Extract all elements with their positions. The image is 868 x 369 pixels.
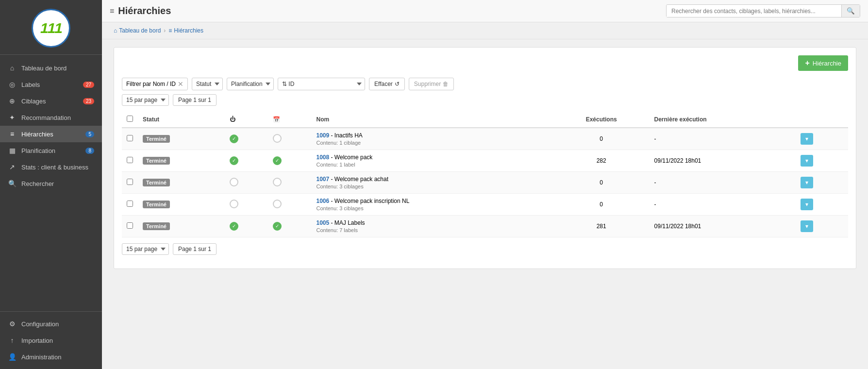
sidebar-item-hierarchies[interactable]: ≡ Hiérarchies 5 [0, 126, 102, 142]
sidebar-item-label: Hiérarchies [21, 131, 53, 138]
inactive-icon [230, 178, 238, 186]
sidebar-item-label: Stats : client & business [21, 164, 88, 171]
search-bar[interactable]: 🔍 [666, 4, 860, 17]
breadcrumb-home[interactable]: ⌂ Tableau de bord [114, 27, 161, 34]
content-area: + Hiérarchie Filtrer par Nom / ID ✕ Stat… [102, 39, 868, 369]
filter-planification-select[interactable]: Planification [227, 78, 274, 90]
power-icon: ⏻ [230, 116, 235, 123]
filter-name-id[interactable]: Filtrer par Nom / ID ✕ [122, 78, 188, 90]
home-icon: ⌂ [8, 64, 17, 72]
labels-icon: ◎ [8, 81, 17, 88]
row-checkbox[interactable] [127, 222, 133, 229]
sidebar-item-configuration[interactable]: ⚙ Configuration [0, 316, 102, 332]
search-button[interactable]: 🔍 [841, 5, 860, 17]
logo-area: 111 [0, 0, 102, 55]
th-executions: Exécutions [553, 112, 650, 128]
home-breadcrumb-icon: ⌂ [114, 27, 117, 34]
efface-button[interactable]: Effacer ↺ [369, 78, 405, 90]
sidebar-item-label: Tableau de bord [21, 65, 67, 72]
th-checkbox [122, 112, 138, 128]
add-hierarchy-button[interactable]: + Hiérarchie [798, 55, 848, 71]
hierarchy-link[interactable]: 1005 [316, 219, 329, 226]
planification-badge: 8 [85, 148, 94, 154]
add-button-label: Hiérarchie [813, 60, 841, 67]
sidebar-item-importation[interactable]: ↑ Importation [0, 332, 102, 349]
sidebar-item-rechercher[interactable]: 🔍 Rechercher [0, 175, 102, 192]
th-derniere-execution: Dernière exécution [650, 112, 796, 128]
row-icon1-cell: ✓ [225, 216, 268, 237]
sidebar-item-label: Recommandation [21, 114, 71, 121]
title-list-icon: ≡ [110, 7, 114, 16]
row-checkbox[interactable] [127, 135, 133, 141]
hierarchy-link[interactable]: 1009 [316, 132, 329, 139]
unscheduled-icon [273, 134, 282, 143]
ciblages-badge: 23 [83, 98, 94, 104]
sidebar-item-ciblages[interactable]: ⊕ Ciblages 23 [0, 93, 102, 109]
table-row: Terminé 1006 - Welcome pack inscription … [122, 194, 848, 216]
row-executions-cell: 0 [553, 172, 650, 194]
status-badge: Terminé [143, 222, 170, 230]
sidebar-item-label: Rechercher [21, 180, 54, 187]
th-actions [796, 112, 848, 128]
row-checkbox[interactable] [127, 201, 133, 207]
sidebar-item-label: Planification [21, 147, 55, 154]
filter-statut-select[interactable]: Statut [192, 78, 223, 90]
active-icon: ✓ [230, 156, 238, 165]
per-page-select-bottom[interactable]: 15 par page [122, 243, 169, 255]
row-nom-cell: 1007 - Welcome pack achat Contenu: 3 cib… [311, 172, 553, 194]
sidebar-item-tableau-de-bord[interactable]: ⌂ Tableau de bord [0, 60, 102, 76]
stats-icon: ↗ [8, 163, 17, 171]
row-action-button[interactable]: ▾ [801, 220, 813, 232]
hierarchies-badge: 5 [85, 131, 94, 137]
row-action-cell: ▾ [796, 194, 848, 216]
sidebar-item-planification[interactable]: ▦ Planification 8 [0, 142, 102, 159]
ciblages-icon: ⊕ [8, 97, 17, 105]
filter-clear-icon[interactable]: ✕ [178, 80, 184, 88]
sidebar-item-labels[interactable]: ◎ Labels 27 [0, 76, 102, 93]
sidebar-item-label: Importation [21, 337, 53, 344]
per-page-select-top[interactable]: 15 par page [122, 94, 169, 106]
row-icon2-cell [268, 194, 311, 216]
row-action-cell: ▾ [796, 216, 848, 237]
hierarchy-link[interactable]: 1007 [316, 176, 329, 183]
select-all-checkbox[interactable] [127, 116, 133, 122]
table-body: Terminé ✓ 1009 - Inactifs HA Contenu: 1 … [122, 128, 848, 237]
hierarchy-name: - MAJ Labels [329, 219, 365, 226]
hierarchy-contenu: Contenu: 7 labels [316, 227, 548, 233]
row-icon1-cell [225, 172, 268, 194]
sidebar-item-stats[interactable]: ↗ Stats : client & business [0, 159, 102, 175]
row-executions-cell: 282 [553, 150, 650, 172]
row-last-exec-cell: 09/11/2022 18h01 [650, 216, 796, 237]
row-checkbox[interactable] [127, 157, 133, 163]
row-action-cell: ▾ [796, 150, 848, 172]
main-card: + Hiérarchie Filtrer par Nom / ID ✕ Stat… [114, 47, 856, 269]
page-info-bottom: Page 1 sur 1 [173, 243, 217, 255]
breadcrumb-home-label: Tableau de bord [119, 27, 161, 34]
row-action-button[interactable]: ▾ [801, 133, 813, 145]
row-icon1-cell: ✓ [225, 150, 268, 172]
filter-sort-select[interactable]: ⇅ ID [278, 78, 365, 90]
row-action-button[interactable]: ▾ [801, 177, 813, 188]
supprimer-button[interactable]: Supprimer 🗑 [409, 78, 454, 90]
labels-badge: 27 [83, 82, 94, 88]
sidebar-item-administration[interactable]: 👤 Administration [0, 349, 102, 365]
recommandation-icon: ✦ [8, 114, 17, 121]
row-checkbox[interactable] [127, 179, 133, 185]
hierarchy-link[interactable]: 1008 [316, 154, 329, 161]
row-action-button[interactable]: ▾ [801, 199, 813, 210]
row-statut-cell: Terminé [138, 172, 225, 194]
pagination-top: 15 par page Page 1 sur 1 [122, 94, 848, 106]
row-action-button[interactable]: ▾ [801, 155, 813, 167]
administration-icon: 👤 [8, 353, 17, 361]
row-action-cell: ▾ [796, 128, 848, 150]
hierarchy-link[interactable]: 1006 [316, 198, 329, 204]
plus-icon: + [805, 59, 809, 67]
filter-placeholder-label: Filtrer par Nom / ID [126, 81, 176, 87]
sidebar-item-recommandation[interactable]: ✦ Recommandation [0, 109, 102, 126]
active-icon: ✓ [230, 222, 238, 231]
row-icon2-cell: ✓ [268, 216, 311, 237]
planification-icon: ▦ [8, 147, 17, 154]
search-input[interactable] [667, 5, 841, 17]
scheduled-icon: ✓ [273, 222, 282, 231]
row-executions-cell: 0 [553, 194, 650, 216]
